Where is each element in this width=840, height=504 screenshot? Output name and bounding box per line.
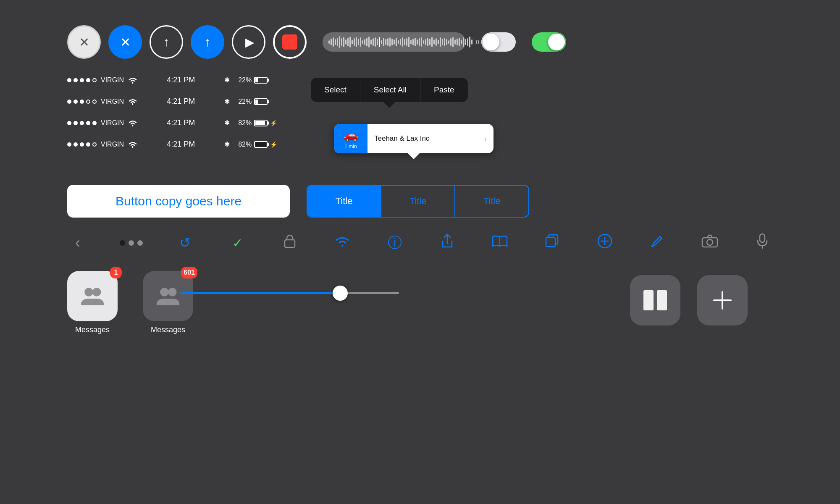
signal-dot [67, 100, 71, 104]
bt-icon-2: ✱ [224, 97, 230, 105]
share-icon[interactable] [437, 234, 458, 252]
signal-dot [74, 142, 78, 147]
app-label-1: Messages [75, 326, 110, 334]
signal-dots-2 [67, 100, 97, 104]
waveform-bars [328, 36, 472, 48]
context-menu-select-all[interactable]: Select All [360, 78, 420, 102]
segmented-tab-2[interactable]: Title [381, 186, 455, 217]
status-bar-4: VIRGIN 4:21 PM ✱ 82% ⚡ [67, 140, 277, 149]
close-white-button[interactable]: ✕ [67, 25, 101, 59]
system-icons-row [630, 275, 748, 326]
segmented-tab-3[interactable]: Title [455, 186, 528, 217]
app-messages-2-wrapper[interactable]: 601 Messages [143, 271, 193, 334]
battery-fill-3 [255, 121, 265, 125]
svg-point-15 [168, 288, 177, 297]
wifi-icon-4 [128, 141, 137, 148]
lock-icon[interactable] [279, 234, 300, 252]
svg-rect-16 [643, 290, 654, 310]
battery-pct-1: 22% [238, 76, 252, 84]
audio-waveform[interactable]: 0:06 [323, 32, 465, 52]
action-button[interactable]: Button copy goes here [67, 185, 290, 218]
svg-point-13 [92, 288, 101, 297]
battery-fill-2 [255, 100, 258, 104]
segmented-control: Title Title Title [307, 185, 529, 218]
wifi-icon-3 [128, 119, 137, 127]
charging-icon-3: ⚡ [270, 120, 277, 126]
add-circle-icon[interactable] [594, 234, 615, 252]
layers-icon[interactable] [542, 234, 563, 252]
slider-container[interactable] [181, 292, 399, 294]
mic-icon[interactable] [752, 233, 773, 252]
time-4: 4:21 PM [167, 140, 195, 149]
wifi-toolbar-icon[interactable] [332, 234, 353, 251]
slider-thumb[interactable] [333, 286, 348, 301]
close-blue-button[interactable]: ✕ [108, 25, 142, 59]
status-bars-section: VIRGIN 4:21 PM ✱ 22% VIRGIN [67, 76, 277, 161]
context-menu: Select Select All Paste [311, 78, 468, 102]
time-3: 4:21 PM [167, 118, 195, 127]
status-bar-3: VIRGIN 4:21 PM ✱ 82% ⚡ [67, 118, 277, 127]
signal-dot [92, 121, 97, 125]
context-menu-select[interactable]: Select [311, 78, 360, 102]
toggle-off[interactable] [481, 32, 516, 52]
upload-outline-button[interactable]: ↑ [150, 25, 183, 59]
time-2: 4:21 PM [167, 97, 195, 106]
app-messages-1-wrapper[interactable]: 1 Messages [67, 271, 118, 334]
messages-icon-2[interactable]: 601 [143, 271, 193, 321]
apps-row: 1 Messages 601 Messages [67, 271, 193, 334]
play-button[interactable]: ▶ [232, 25, 265, 59]
status-bar-2: VIRGIN 4:21 PM ✱ 22% [67, 97, 277, 106]
map-callout[interactable]: 🚗 1 min Teehan & Lax Inc › [334, 124, 494, 153]
carrier-label-1: VIRGIN [101, 76, 124, 84]
bt-icon-1: ✱ [224, 76, 230, 84]
books-app-icon[interactable] [630, 275, 680, 326]
bt-icon-4: ✱ [224, 140, 230, 148]
app-label-2: Messages [151, 326, 185, 334]
signal-dot [86, 121, 90, 125]
context-menu-paste[interactable]: Paste [420, 78, 468, 102]
slider-fill [181, 292, 340, 294]
messages-people-icon-1 [78, 284, 107, 309]
signal-dots-4 [67, 142, 97, 147]
signal-dot [80, 142, 84, 147]
bt-icon-3: ✱ [224, 119, 230, 127]
signal-dot [67, 142, 71, 147]
bottom-toolbar: ‹ ↺ ✓ ⓘ [67, 233, 773, 252]
back-icon[interactable]: ‹ [67, 234, 88, 252]
top-buttons-row: ✕ ✕ ↑ ↑ ▶ [67, 25, 566, 59]
toggle-on[interactable] [532, 32, 566, 52]
battery-icon-1 [254, 77, 268, 84]
badge-1: 1 [110, 267, 122, 278]
signal-dot [86, 142, 90, 147]
segmented-tab-1[interactable]: Title [307, 186, 381, 217]
book-icon[interactable] [489, 234, 510, 251]
signal-dot [67, 121, 71, 125]
signal-dots-3 [67, 121, 97, 125]
callout-title: Teehan & Lax Inc [368, 134, 484, 143]
upload-blue-button[interactable]: ↑ [191, 25, 224, 59]
add-app-icon[interactable] [697, 275, 748, 326]
reload-icon[interactable]: ↺ [174, 235, 195, 251]
battery-pct-3: 82% [238, 119, 252, 127]
status-bar-1: VIRGIN 4:21 PM ✱ 22% [67, 76, 277, 84]
slider-track [181, 292, 399, 294]
signal-dot-empty [86, 100, 90, 104]
messages-icon-1[interactable]: 1 [67, 271, 118, 321]
record-button[interactable] [273, 25, 307, 59]
callout-duration: 1 min [344, 144, 357, 150]
camera-icon[interactable] [699, 234, 720, 251]
battery-icon-2 [254, 98, 268, 105]
signal-dot [80, 78, 84, 82]
info-icon[interactable]: ⓘ [384, 233, 405, 252]
signal-dot [74, 78, 78, 82]
check-icon[interactable]: ✓ [227, 236, 248, 250]
svg-point-12 [84, 288, 93, 297]
signal-dot [80, 121, 84, 125]
svg-rect-17 [657, 290, 667, 310]
svg-rect-0 [285, 240, 295, 247]
wifi-icon-2 [128, 98, 137, 105]
action-button-label: Button copy goes here [116, 194, 242, 208]
battery-info-1: 22% [238, 76, 268, 84]
signal-dot-empty [92, 142, 97, 147]
edit-icon[interactable] [647, 234, 668, 252]
